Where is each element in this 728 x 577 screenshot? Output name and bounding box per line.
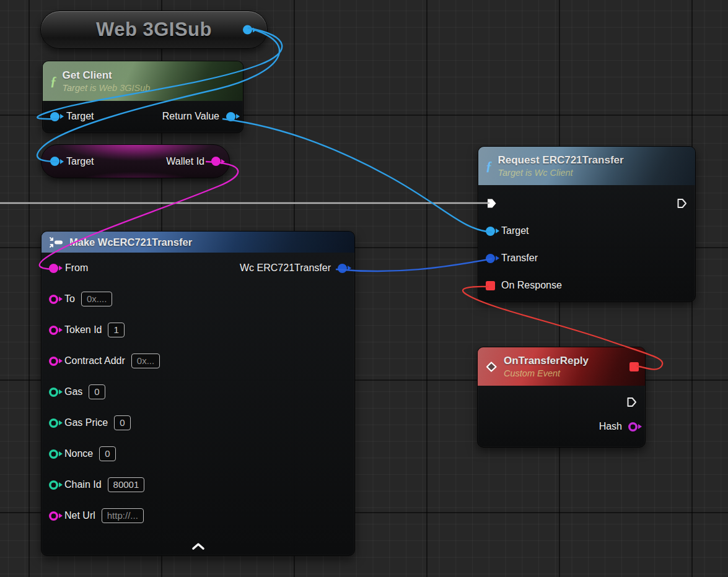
gas-value-field[interactable]: 0 — [89, 384, 105, 399]
function-icon: ƒ — [50, 75, 57, 88]
node-subtitle: Target is Web 3GISub — [63, 82, 151, 93]
target-input-pin[interactable] — [486, 227, 495, 236]
pin-label: Token Id — [64, 324, 102, 336]
node-title: Web 3GISub — [96, 19, 212, 41]
collapse-chevron-icon[interactable] — [191, 542, 205, 550]
on-response-delegate-pin[interactable] — [486, 281, 495, 290]
node-subtitle: Target is Wc Client — [498, 167, 624, 178]
wallet-id-output-pin[interactable] — [211, 157, 221, 166]
exec-input-pin[interactable] — [486, 197, 498, 209]
node-header[interactable]: Make WcERC721Transfer — [42, 232, 354, 253]
token-id-input-pin[interactable] — [49, 326, 58, 335]
node-web3gisub[interactable]: Web 3GISub — [40, 11, 268, 49]
function-icon: ƒ — [486, 160, 493, 173]
gas-input-pin[interactable] — [49, 388, 58, 397]
node-header[interactable]: ƒ Request ERC721Transfer Target is Wc Cl… — [478, 147, 695, 185]
pin-label: Wallet Id — [166, 156, 204, 167]
node-get-client[interactable]: ƒ Get Client Target is Web 3GISub Target… — [42, 61, 243, 133]
return-value-output-pin[interactable] — [226, 112, 235, 121]
pin-label: Gas — [64, 386, 82, 397]
chain-id-input-pin[interactable] — [49, 480, 58, 490]
target-input-pin[interactable] — [50, 157, 59, 166]
token-id-value-field[interactable]: 1 — [108, 323, 124, 337]
make-struct-icon — [49, 236, 64, 248]
contract-addr-input-pin[interactable] — [49, 357, 58, 366]
from-input-pin[interactable] — [49, 264, 58, 273]
pin-label: Nonce — [64, 448, 93, 459]
pin-label: Target — [501, 225, 528, 236]
pin-label: Chain Id — [64, 479, 102, 490]
node-header[interactable]: OnTransferReply Custom Event — [478, 347, 645, 386]
node-title: Get Client — [63, 69, 151, 82]
pin-label: On Response — [501, 280, 562, 291]
node-make-wcerc721transfer[interactable]: Make WcERC721Transfer From Wc ERC721Tran… — [41, 231, 355, 556]
gas-price-input-pin[interactable] — [49, 419, 58, 428]
gas-price-value-field[interactable]: 0 — [114, 415, 130, 430]
nonce-input-pin[interactable] — [49, 449, 58, 459]
struct-wire-maketransfer-to-transfer[interactable] — [336, 259, 492, 271]
pin-label: Wc ERC721Transfer — [240, 262, 331, 274]
node-header[interactable]: ƒ Get Client Target is Web 3GISub — [43, 61, 243, 101]
exec-output-pin[interactable] — [676, 197, 688, 209]
node-title: Request ERC721Transfer — [498, 154, 624, 167]
node-get-wallet-id[interactable]: Target Wallet Id — [41, 144, 230, 178]
node-title: Make WcERC721Transfer — [69, 236, 192, 248]
hash-output-pin[interactable] — [628, 422, 638, 432]
net-url-input-pin[interactable] — [49, 511, 58, 521]
node-title: OnTransferReply — [504, 354, 589, 367]
pin-label: Net Url — [64, 510, 95, 521]
pin-label: From — [65, 262, 88, 274]
pin-label: Contract Addr — [64, 355, 125, 367]
to-value-field[interactable]: 0x.... — [81, 292, 113, 306]
pin-label: Target — [66, 156, 94, 167]
nonce-value-field[interactable]: 0 — [99, 446, 115, 461]
custom-event-icon — [485, 360, 498, 373]
object-output-pin[interactable] — [243, 25, 252, 35]
node-on-transfer-reply[interactable]: OnTransferReply Custom Event Hash — [477, 347, 646, 448]
net-url-value-field[interactable]: http://... — [102, 508, 144, 523]
pin-label: Return Value — [162, 111, 219, 122]
node-subtitle: Custom Event — [504, 368, 589, 379]
pin-label: Gas Price — [64, 417, 108, 428]
blueprint-graph-canvas[interactable]: Web 3GISub ƒ Get Client Target is Web 3G… — [0, 0, 728, 577]
delegate-output-pin[interactable] — [629, 362, 639, 371]
transfer-input-pin[interactable] — [486, 254, 495, 263]
to-input-pin[interactable] — [49, 295, 58, 304]
node-request-erc721transfer[interactable]: ƒ Request ERC721Transfer Target is Wc Cl… — [478, 146, 696, 302]
pin-label: To — [64, 293, 75, 305]
pin-label: Hash — [599, 421, 622, 432]
pin-label: Transfer — [501, 253, 538, 264]
exec-output-pin[interactable] — [626, 396, 638, 408]
contract-addr-value-field[interactable]: 0x... — [131, 354, 160, 368]
pin-label: Target — [66, 111, 94, 122]
chain-id-value-field[interactable]: 80001 — [108, 477, 145, 492]
target-input-pin[interactable] — [50, 112, 59, 121]
object-wire-returnvalue-to-target[interactable] — [222, 119, 492, 232]
struct-output-pin[interactable] — [338, 264, 347, 273]
